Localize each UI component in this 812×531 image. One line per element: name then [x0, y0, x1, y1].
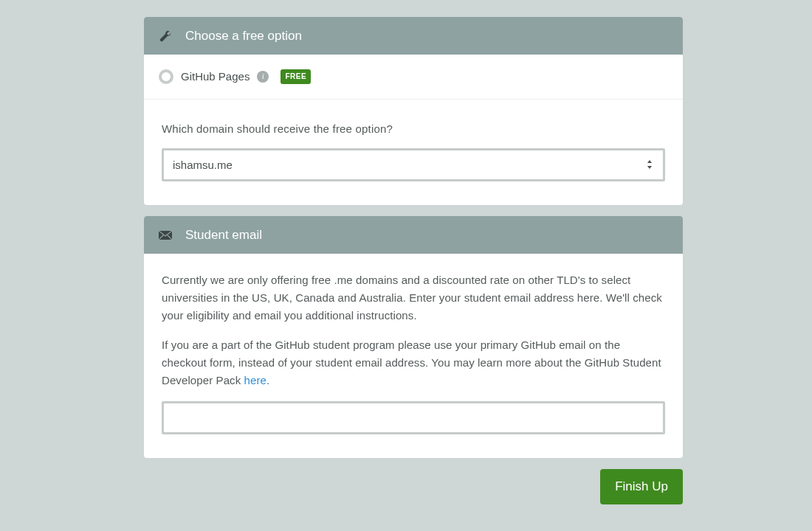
github-pack-link[interactable]: here: [244, 374, 266, 386]
student-email-body: Currently we are only offering free .me …: [144, 254, 683, 458]
student-email-paragraph-2: If you are a part of the GitHub student …: [162, 336, 665, 389]
free-options-card: Choose a free option GitHub Pages i FREE…: [144, 17, 683, 205]
domain-select-section: Which domain should receive the free opt…: [144, 100, 683, 205]
finish-row: Finish Up: [144, 469, 683, 504]
domain-select[interactable]: ishamsu.me: [164, 150, 663, 179]
wrench-icon: [159, 30, 172, 43]
finish-up-button[interactable]: Finish Up: [600, 469, 683, 504]
page-container: Choose a free option GitHub Pages i FREE…: [144, 0, 683, 504]
github-pages-label: GitHub Pages: [181, 68, 250, 86]
free-options-title: Choose a free option: [185, 26, 302, 46]
student-email-input[interactable]: [162, 401, 665, 434]
student-email-card: Student email Currently we are only offe…: [144, 216, 683, 458]
student-email-header: Student email: [144, 216, 683, 254]
student-email-title: Student email: [185, 225, 262, 245]
domain-select-wrap: ishamsu.me: [162, 148, 665, 181]
paragraph-2-part-a: If you are a part of the GitHub student …: [162, 339, 661, 386]
domain-question-label: Which domain should receive the free opt…: [162, 120, 665, 138]
github-pages-radio[interactable]: [159, 69, 173, 84]
mail-icon: [159, 229, 172, 242]
github-pages-option-row[interactable]: GitHub Pages i FREE: [144, 55, 683, 100]
info-icon[interactable]: i: [257, 71, 269, 83]
paragraph-2-part-b: .: [266, 374, 269, 386]
free-options-header: Choose a free option: [144, 17, 683, 55]
student-email-paragraph-1: Currently we are only offering free .me …: [162, 271, 665, 324]
free-badge: FREE: [281, 69, 311, 84]
